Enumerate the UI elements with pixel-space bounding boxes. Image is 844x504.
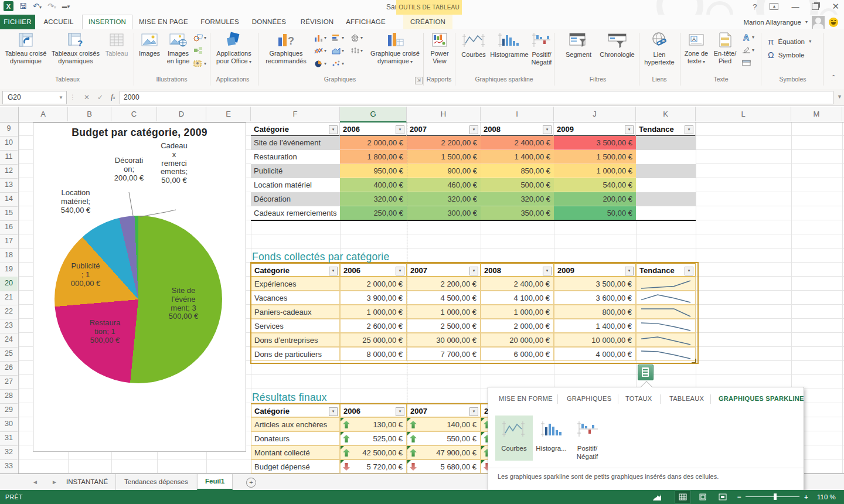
pie-chart-button[interactable]: ▾	[314, 60, 326, 67]
close-button[interactable]: ✕	[832, 1, 839, 12]
column-header-G[interactable]: G	[340, 107, 407, 122]
row-header-33[interactable]: 33	[0, 459, 18, 474]
column-header-I[interactable]: I	[481, 107, 554, 121]
filter-dropdown-button[interactable]: ▾	[625, 267, 634, 275]
row-header-20[interactable]: 20	[0, 277, 18, 291]
row-header-17[interactable]: 17	[0, 234, 18, 249]
qa-tab-2[interactable]: GRAPHIQUES	[567, 395, 611, 402]
header-footer-button[interactable]: En-tête/ Pied	[712, 32, 738, 65]
filter-dropdown-button[interactable]: ▾	[329, 125, 338, 134]
filter-dropdown-button[interactable]: ▾	[625, 125, 634, 134]
tab-insertion[interactable]: INSERTION	[82, 15, 132, 30]
collapse-ribbon-button[interactable]: ⌃	[831, 74, 836, 80]
restore-button[interactable]	[812, 4, 819, 10]
bar-chart-button[interactable]: ▾	[332, 34, 344, 42]
symbol-button[interactable]: Ω Symbole	[768, 50, 804, 60]
scatter-chart-button[interactable]: ▾	[332, 60, 344, 67]
page-break-view-button[interactable]	[715, 491, 730, 503]
pivotchart-button[interactable]: Graphique croisé dynamique ▾	[369, 32, 421, 65]
ribbon-display-options-button[interactable]: ▲	[770, 3, 778, 10]
tab-fichier[interactable]: FICHIER	[0, 15, 35, 29]
row-header-9[interactable]: 9	[0, 122, 18, 137]
cancel-formula-icon[interactable]: ✕	[84, 93, 90, 101]
quick-analysis-button[interactable]	[638, 365, 654, 380]
equation-button[interactable]: π Équation ▾	[768, 36, 811, 46]
qa-item-label-2[interactable]: Histogra...	[535, 445, 567, 453]
row-header-22[interactable]: 22	[0, 305, 18, 319]
formula-input[interactable]: 2000	[120, 91, 833, 104]
row-header-16[interactable]: 16	[0, 220, 18, 235]
qa-tab-5[interactable]: GRAPHIQUES SPARKLINE	[719, 395, 804, 402]
row-header-15[interactable]: 15	[0, 206, 18, 221]
page-layout-view-button[interactable]	[695, 491, 710, 503]
row-header-13[interactable]: 13	[0, 178, 18, 193]
row-header-18[interactable]: 18	[0, 248, 18, 263]
tab-accueil[interactable]: ACCUEIL	[38, 15, 80, 29]
row-header-28[interactable]: 28	[0, 389, 18, 404]
select-all-corner[interactable]	[0, 107, 19, 122]
recommended-charts-button[interactable]: ? Graphiques recommandés	[261, 32, 311, 65]
pivottable-button[interactable]: Tableau croisé dynamique	[2, 32, 49, 65]
recommended-pivottables-button[interactable]: ? Tableaux croisés dynamiques	[50, 32, 101, 65]
row-header-24[interactable]: 24	[0, 333, 18, 348]
filter-dropdown-button[interactable]: ▾	[396, 125, 404, 134]
filter-dropdown-button[interactable]: ▾	[543, 267, 552, 275]
filter-dropdown-button[interactable]: ▾	[469, 125, 478, 134]
account-name[interactable]: Marion Allayrangue	[744, 19, 801, 26]
table-resize-handle[interactable]	[692, 359, 696, 363]
power-view-button[interactable]: Power View	[426, 32, 454, 65]
column-header-H[interactable]: H	[407, 107, 481, 121]
sheet-tab-feuil1[interactable]: Feuil1	[197, 474, 233, 490]
row-header-27[interactable]: 27	[0, 375, 18, 390]
tab-révision[interactable]: RÉVISION	[295, 15, 339, 29]
qa-item-label-1[interactable]: Courbes	[496, 445, 532, 453]
area-chart-button[interactable]: ▾	[332, 47, 344, 55]
apps-for-office-button[interactable]: Applications pour Office ▾	[212, 32, 256, 65]
column-header-E[interactable]: E	[206, 107, 251, 121]
row-header-26[interactable]: 26	[0, 361, 18, 376]
sparkline-line-button[interactable]: Courbes	[458, 32, 489, 59]
wordart-button[interactable]: A▾	[742, 33, 754, 41]
sheet-tab-tendances-dépenses[interactable]: Tendances dépenses	[117, 474, 196, 490]
radar-chart-button[interactable]: ▾	[350, 34, 363, 42]
feedback-smiley-icon[interactable]	[829, 18, 838, 27]
formula-bar-expand-icon[interactable]: ▼	[837, 94, 842, 100]
row-header-29[interactable]: 29	[0, 403, 18, 418]
minimize-button[interactable]: —	[791, 2, 799, 11]
column-header-K[interactable]: K	[636, 107, 696, 121]
sheet-next-button[interactable]: ►	[52, 474, 57, 491]
object-button[interactable]	[742, 59, 751, 67]
row-header-11[interactable]: 11	[0, 150, 18, 165]
normal-view-button[interactable]	[675, 491, 690, 503]
slicer-button[interactable]: Segment	[560, 32, 597, 59]
hyperlink-button[interactable]: Lien hypertexte	[642, 32, 676, 66]
row-header-23[interactable]: 23	[0, 319, 18, 333]
sheet-tab-instantané[interactable]: INSTANTANÉ	[59, 474, 116, 490]
qa-item-label-3[interactable]: Positif/ Négatif	[570, 445, 604, 461]
signature-line-button[interactable]: ▾	[742, 46, 754, 54]
filter-dropdown-button[interactable]: ▾	[685, 267, 693, 275]
zoom-in-button[interactable]: +	[804, 490, 808, 504]
screenshot-button[interactable]: ▾	[193, 59, 206, 67]
add-sheet-button[interactable]: +	[246, 478, 256, 488]
row-header-12[interactable]: 12	[0, 164, 18, 179]
enter-formula-icon[interactable]: ✓	[97, 93, 103, 101]
column-header-B[interactable]: B	[68, 107, 111, 121]
shapes-button[interactable]: ▾	[193, 33, 206, 42]
text-box-button[interactable]: A Zone de texte ▾	[682, 32, 710, 65]
zoom-out-button[interactable]: −	[737, 490, 741, 504]
row-header-10[interactable]: 10	[0, 136, 18, 151]
sparkline-winloss-button[interactable]: Positif/ Négatif	[530, 32, 553, 66]
avatar[interactable]	[812, 16, 825, 29]
row-header-31[interactable]: 31	[0, 431, 18, 446]
column-header-D[interactable]: D	[157, 107, 206, 121]
line-chart-button[interactable]: ▾	[314, 47, 326, 55]
column-header-L[interactable]: L	[696, 107, 791, 121]
tab-affichage[interactable]: AFFICHAGE	[340, 15, 392, 29]
help-button[interactable]: ?	[753, 2, 757, 11]
tab-mise-en-page[interactable]: MISE EN PAGE	[134, 15, 193, 29]
row-header-32[interactable]: 32	[0, 445, 18, 460]
row-header-19[interactable]: 19	[0, 263, 18, 277]
column-header-M[interactable]: M	[791, 107, 842, 121]
column-header-F[interactable]: F	[251, 107, 340, 121]
